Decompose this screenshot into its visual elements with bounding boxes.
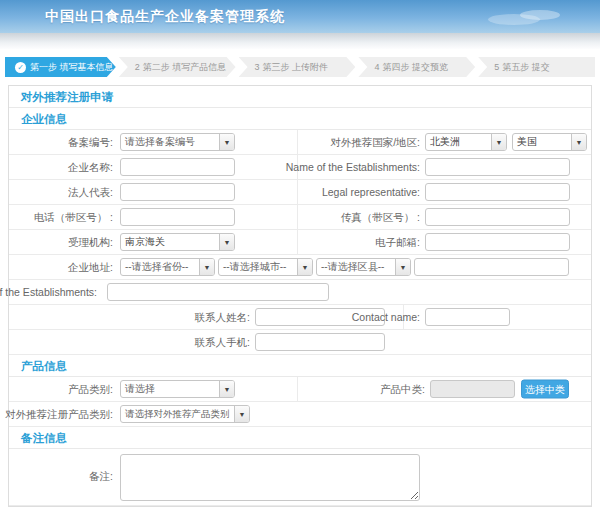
agency-value: 南京海关	[121, 234, 219, 250]
form-row-agency-email: 受理机构: 南京海关 ▼ 电子邮箱:	[9, 230, 591, 255]
agency-label: 受理机构:	[68, 230, 113, 255]
record-no-label: 备案编号:	[68, 130, 113, 155]
legal-rep-en-input[interactable]	[425, 183, 570, 201]
column-divider	[297, 130, 298, 154]
address-en-label: Address of the Establishments:	[0, 280, 97, 305]
column-divider	[297, 230, 298, 254]
chevron-down-icon[interactable]: ▼	[199, 259, 214, 275]
form-row-address: 企业地址: --请选择省份-- ▼ --请选择城市-- ▼ --请选择区县-- …	[9, 255, 591, 280]
address-label: 企业地址:	[68, 255, 113, 280]
chevron-down-icon[interactable]: ▼	[219, 234, 234, 250]
step-label: 第一步 填写基本信息	[30, 61, 114, 74]
product-cat-value: 请选择	[121, 381, 219, 397]
rec-country-label: 对外推荐国家/地区:	[330, 130, 420, 155]
chevron-down-icon[interactable]: ▼	[219, 381, 234, 397]
chevron-down-icon[interactable]: ▼	[297, 259, 312, 275]
form-row-phone-fax: 电话（带区号） : 传真（带区号） :	[9, 205, 591, 230]
fax-input[interactable]	[425, 208, 570, 226]
address-en-input[interactable]	[107, 283, 329, 301]
step-1-basic-info[interactable]: ✓ 第一步 填写基本信息	[5, 57, 116, 77]
cloud-decoration	[520, 10, 560, 20]
legal-rep-label: 法人代表:	[68, 180, 113, 205]
step-label: 第四步 提交预览	[382, 61, 448, 74]
email-input[interactable]	[425, 233, 570, 251]
form-row-contact-name: 联系人姓名: Contact name:	[9, 305, 591, 330]
step-number: 5	[494, 62, 499, 72]
ent-name-en-input[interactable]	[425, 158, 570, 176]
main-panel: 对外推荐注册申请 企业信息 备案编号: 请选择备案编号 ▼ 对外推荐国家/地区:…	[8, 85, 592, 507]
step-4-submit-preview[interactable]: 4 第四步 提交预览	[358, 57, 475, 77]
record-no-value: 请选择备案编号	[121, 134, 219, 150]
step-2-product-info[interactable]: 2 第二步 填写产品信息	[119, 57, 236, 77]
rec-product-cat-label: 对外推荐注册产品类别:	[5, 402, 113, 427]
step-label: 第二步 填写产品信息	[143, 61, 227, 74]
column-divider	[297, 377, 298, 401]
rec-country-select[interactable]: 美国 ▼	[512, 133, 587, 151]
section-enterprise-title: 企业信息	[9, 108, 591, 130]
city-select[interactable]: --请选择城市-- ▼	[218, 258, 313, 276]
rec-product-cat-select[interactable]: 请选择对外推荐产品类别 ▼	[120, 405, 250, 423]
step-number: 3	[255, 62, 260, 72]
chevron-down-icon[interactable]: ▼	[491, 134, 506, 150]
district-select[interactable]: --请选择区县-- ▼	[316, 258, 411, 276]
chevron-down-icon[interactable]: ▼	[234, 406, 249, 422]
form-row-product-cat: 产品类别: 请选择 ▼ 产品中类: 选择中类	[9, 377, 591, 402]
ent-name-input[interactable]	[120, 158, 235, 176]
contact-mobile-input[interactable]	[255, 333, 385, 351]
chevron-down-icon[interactable]: ▼	[395, 259, 410, 275]
check-icon: ✓	[15, 62, 26, 73]
province-value: --请选择省份--	[121, 259, 199, 275]
step-3-upload-attachments[interactable]: 3 第三步 上传附件	[239, 57, 356, 77]
email-label: 电子邮箱:	[375, 230, 420, 255]
phone-label: 电话（带区号） :	[34, 205, 113, 230]
step-bar: ✓ 第一步 填写基本信息 2 第二步 填写产品信息 3 第三步 上传附件 4 第…	[5, 57, 595, 77]
form-row-ent-name: 企业名称: Name of the Establishments:	[9, 155, 591, 180]
form-row-legal-rep: 法人代表: Legal representative:	[9, 180, 591, 205]
step-number: 4	[374, 62, 379, 72]
product-cat-select[interactable]: 请选择 ▼	[120, 380, 235, 398]
column-divider	[297, 205, 298, 229]
column-divider	[297, 180, 298, 204]
app-title: 中国出口食品生产企业备案管理系统	[45, 0, 285, 33]
phone-input[interactable]	[120, 208, 235, 226]
chevron-down-icon[interactable]: ▼	[571, 134, 586, 150]
fax-label: 传真（带区号） :	[341, 205, 420, 230]
city-value: --请选择城市--	[219, 259, 297, 275]
form-row-address-en: Address of the Establishments:	[9, 280, 591, 305]
form-title: 对外推荐注册申请	[9, 86, 591, 108]
contact-name-en-label: Contact name:	[352, 305, 420, 330]
province-select[interactable]: --请选择省份-- ▼	[120, 258, 215, 276]
agency-select[interactable]: 南京海关 ▼	[120, 233, 235, 251]
section-remark-title: 备注信息	[9, 427, 591, 449]
step-5-submit[interactable]: 5 第五步 提交	[478, 57, 595, 77]
select-mid-category-button[interactable]: 选择中类	[521, 380, 569, 399]
contact-mobile-label: 联系人手机:	[195, 330, 250, 355]
rec-country-value: 美国	[513, 134, 571, 150]
rec-continent-select[interactable]: 北美洲 ▼	[425, 133, 507, 151]
product-mid-label: 产品中类:	[380, 377, 425, 402]
contact-name-label: 联系人姓名:	[195, 305, 250, 330]
ent-name-label: 企业名称:	[68, 155, 113, 180]
rec-product-cat-value: 请选择对外推荐产品类别	[121, 406, 234, 422]
form-row-remark: 备注:	[9, 449, 591, 506]
header-strip	[0, 33, 600, 49]
product-mid-input	[430, 380, 515, 398]
ent-name-en-label: Name of the Establishments:	[286, 155, 420, 180]
district-value: --请选择区县--	[317, 259, 395, 275]
legal-rep-input[interactable]	[120, 183, 235, 201]
chevron-down-icon[interactable]: ▼	[219, 134, 234, 150]
form-row-contact-mobile: 联系人手机:	[9, 330, 591, 355]
record-no-select[interactable]: 请选择备案编号 ▼	[120, 133, 235, 151]
step-label: 第五步 提交	[502, 61, 550, 74]
remark-label: 备注:	[89, 470, 113, 484]
form-row-rec-product-cat: 对外推荐注册产品类别: 请选择对外推荐产品类别 ▼	[9, 402, 591, 427]
legal-rep-en-label: Legal representative:	[322, 180, 420, 205]
address-detail-input[interactable]	[414, 258, 569, 276]
step-number: 2	[135, 62, 140, 72]
form-row-record-no: 备案编号: 请选择备案编号 ▼ 对外推荐国家/地区: 北美洲 ▼ 美国 ▼	[9, 130, 591, 155]
app-header: 中国出口食品生产企业备案管理系统	[0, 0, 600, 33]
contact-name-en-input[interactable]	[425, 308, 510, 326]
remark-textarea[interactable]	[120, 454, 420, 501]
rec-continent-value: 北美洲	[426, 134, 491, 150]
section-product-title: 产品信息	[9, 355, 591, 377]
